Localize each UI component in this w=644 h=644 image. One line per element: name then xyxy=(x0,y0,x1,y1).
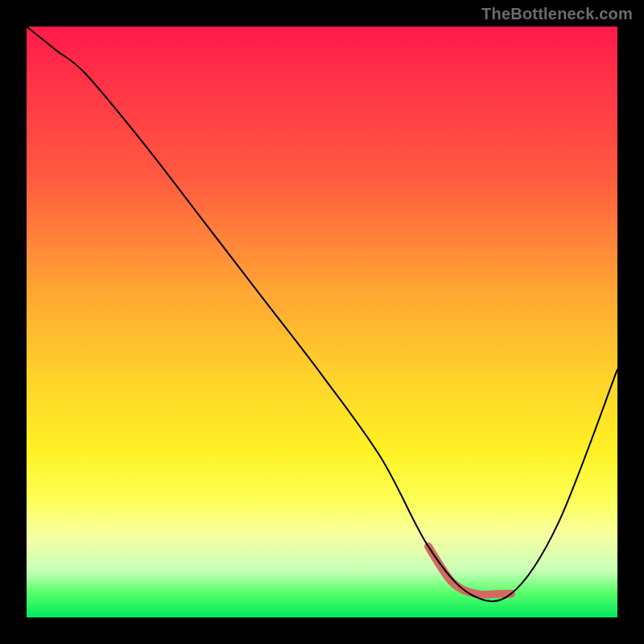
bottleneck-chart xyxy=(27,27,617,617)
watermark-text: TheBottleneck.com xyxy=(481,5,633,23)
optimal-zone-marker xyxy=(428,547,511,595)
bottleneck-curve-line xyxy=(27,27,617,601)
